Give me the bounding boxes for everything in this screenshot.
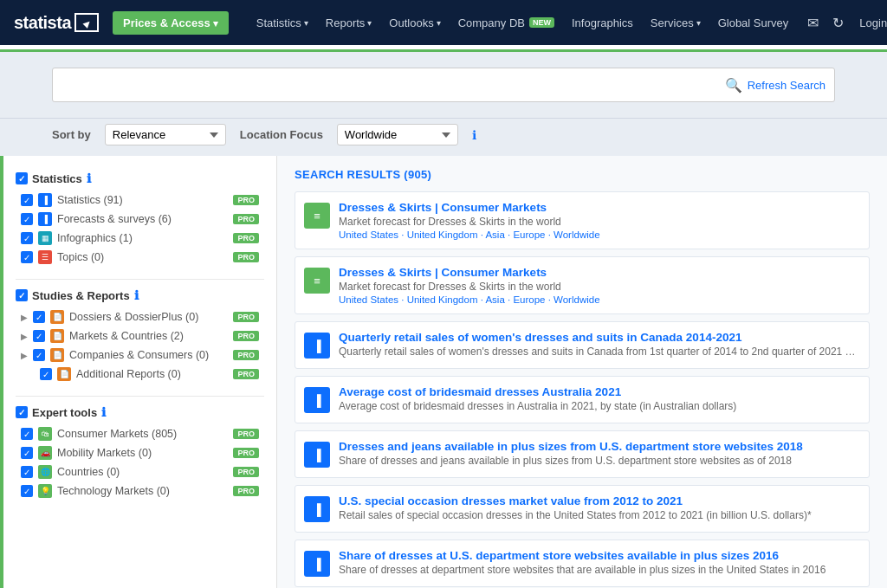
result-title-3[interactable]: Average cost of bridesmaid dresses Austr… xyxy=(339,385,857,398)
statistics-item-checkbox[interactable]: ✓ xyxy=(21,194,33,206)
sidebar-item-dossiers[interactable]: ▶ ✓ 📄 Dossiers & DossierPlus (0) PRO xyxy=(16,307,264,326)
sidebar-item-additional-reports[interactable]: ✓ 📄 Additional Reports (0) PRO xyxy=(16,365,264,384)
prices-access-button[interactable]: Prices & Access xyxy=(113,11,229,35)
expert-info-icon[interactable]: ℹ xyxy=(101,405,106,419)
result-content-1: Dresses & Skirts | Consumer Markets Mark… xyxy=(339,266,857,305)
navbar: statista Prices & Access Statistics ▾ Re… xyxy=(0,0,887,45)
sidebar-divider-2 xyxy=(16,396,264,397)
sidebar-item-countries[interactable]: ✓ 🌐 Countries (0) PRO xyxy=(16,462,264,481)
markets-expand-icon[interactable]: ▶ xyxy=(21,332,28,341)
result-card-6: ▐ Share of dresses at U.S. department st… xyxy=(295,540,870,587)
sidebar-item-mobility-markets[interactable]: ✓ 🚗 Mobility Markets (0) PRO xyxy=(16,443,264,462)
sidebar-item-technology-markets[interactable]: ✓ 💡 Technology Markets (0) PRO xyxy=(16,481,264,501)
login-button[interactable]: Login xyxy=(852,13,887,33)
result-title-2[interactable]: Quarterly retail sales of women's dresse… xyxy=(339,331,857,344)
nav-item-companydb[interactable]: Company DB NEW xyxy=(451,11,561,35)
sidebar-expert-section: ✓ Expert tools ℹ ✓ 🛍 Consumer Markets (8… xyxy=(3,402,276,507)
result-content-0: Dresses & Skirts | Consumer Markets Mark… xyxy=(339,201,857,240)
nav-item-reports[interactable]: Reports ▾ xyxy=(319,11,379,35)
sidebar-item-markets-countries[interactable]: ▶ ✓ 📄 Markets & Countries (2) PRO xyxy=(16,326,264,346)
result-desc-6: Share of dresses at department store web… xyxy=(339,564,857,576)
result-card-0: ≡ Dresses & Skirts | Consumer Markets Ma… xyxy=(295,191,870,249)
result-desc-4: Share of dresses and jeans available in … xyxy=(339,455,857,467)
sidebar-item-companies-consumers[interactable]: ▶ ✓ 📄 Companies & Consumers (0) PRO xyxy=(16,346,264,365)
result-card-2: ▐ Quarterly retail sales of women's dres… xyxy=(295,321,870,369)
result-title-5[interactable]: U.S. special occasion dresses market val… xyxy=(339,494,857,507)
result-icon-4: ▐ xyxy=(304,442,330,468)
consumer-markets-checkbox[interactable]: ✓ xyxy=(21,428,33,440)
result-desc-2: Quarterly retail sales of women's dresse… xyxy=(339,346,857,358)
expert-section-header: ✓ Expert tools ℹ xyxy=(16,405,264,419)
logo-text: statista xyxy=(14,13,71,33)
search-icon-button[interactable]: 🔍 xyxy=(725,77,742,94)
location-info-icon[interactable]: ℹ xyxy=(472,128,476,142)
result-title-4[interactable]: Dresses and jeans available in plus size… xyxy=(339,440,857,453)
technology-markets-icon: 💡 xyxy=(38,484,52,498)
refresh-icon-button[interactable]: ↻ xyxy=(827,11,849,35)
result-card-3: ▐ Average cost of bridesmaid dresses Aus… xyxy=(295,376,870,423)
nav-item-globalsurvey[interactable]: Global Survey xyxy=(711,11,796,35)
expert-checkbox[interactable]: ✓ xyxy=(16,406,28,418)
mail-icon-button[interactable]: ✉ xyxy=(802,11,824,35)
location-label: Location Focus xyxy=(240,128,323,141)
statistics-info-icon[interactable]: ℹ xyxy=(87,171,91,185)
nav-item-services[interactable]: Services ▾ xyxy=(644,11,708,35)
result-title-0[interactable]: Dresses & Skirts | Consumer Markets xyxy=(339,201,857,214)
result-desc-5: Retail sales of special occasion dresses… xyxy=(339,509,857,521)
result-content-6: Share of dresses at U.S. department stor… xyxy=(339,549,857,578)
statistics-section-header: ✓ Statistics ℹ xyxy=(16,171,264,185)
mobility-markets-checkbox[interactable]: ✓ xyxy=(21,447,33,459)
markets-icon: 📄 xyxy=(50,329,64,343)
mobility-markets-icon: 🚗 xyxy=(38,446,52,460)
sidebar-item-statistics[interactable]: ✓ ▐ Statistics (91) PRO xyxy=(16,191,264,210)
result-desc-3: Average cost of bridesmaid dresses in Au… xyxy=(339,400,857,412)
result-icon-1: ≡ xyxy=(304,268,330,294)
result-title-6[interactable]: Share of dresses at U.S. department stor… xyxy=(339,549,857,562)
companies-expand-icon[interactable]: ▶ xyxy=(21,351,28,360)
result-content-3: Average cost of bridesmaid dresses Austr… xyxy=(339,385,857,414)
countries-icon: 🌐 xyxy=(38,465,52,479)
result-title-1[interactable]: Dresses & Skirts | Consumer Markets xyxy=(339,266,857,279)
studies-info-icon[interactable]: ℹ xyxy=(134,288,139,302)
countries-checkbox[interactable]: ✓ xyxy=(21,466,33,478)
result-icon-6: ▐ xyxy=(304,551,330,577)
nav-item-outlooks[interactable]: Outlooks ▾ xyxy=(382,11,447,35)
nav-item-infographics[interactable]: Infographics xyxy=(565,11,640,35)
studies-checkbox[interactable]: ✓ xyxy=(16,289,28,301)
result-tags-0: United States · United Kingdom · Asia · … xyxy=(339,229,857,240)
nav-item-statistics[interactable]: Statistics ▾ xyxy=(249,11,315,35)
topics-checkbox[interactable]: ✓ xyxy=(21,251,33,263)
refresh-search-button[interactable]: Refresh Search xyxy=(748,79,825,92)
sidebar-item-consumer-markets[interactable]: ✓ 🛍 Consumer Markets (805) PRO xyxy=(16,424,264,443)
result-card-5: ▐ U.S. special occasion dresses market v… xyxy=(295,485,870,533)
companies-checkbox[interactable]: ✓ xyxy=(33,349,45,361)
statistics-checkbox[interactable]: ✓ xyxy=(16,172,28,184)
result-card-1: ≡ Dresses & Skirts | Consumer Markets Ma… xyxy=(295,256,870,314)
result-icon-3: ▐ xyxy=(304,387,330,413)
additional-icon: 📄 xyxy=(57,367,71,381)
sidebar-divider-1 xyxy=(16,279,264,280)
dossiers-checkbox[interactable]: ✓ xyxy=(33,311,45,323)
forecast-icon: ▐ xyxy=(38,212,52,226)
main-layout: ✓ Statistics ℹ ✓ ▐ Statistics (91) PRO ✓… xyxy=(0,156,887,588)
markets-checkbox[interactable]: ✓ xyxy=(33,330,45,342)
sidebar-item-infographics[interactable]: ✓ ▦ Infographics (1) PRO xyxy=(16,229,264,248)
sidebar-item-topics[interactable]: ✓ ☰ Topics (0) PRO xyxy=(16,248,264,267)
forecasts-checkbox[interactable]: ✓ xyxy=(21,213,33,225)
result-content-4: Dresses and jeans available in plus size… xyxy=(339,440,857,468)
result-icon-0: ≡ xyxy=(304,203,330,229)
location-select[interactable]: Worldwide xyxy=(337,124,458,145)
logo[interactable]: statista xyxy=(14,13,99,33)
result-card-4: ▐ Dresses and jeans available in plus si… xyxy=(295,430,870,478)
technology-markets-checkbox[interactable]: ✓ xyxy=(21,485,33,497)
additional-checkbox[interactable]: ✓ xyxy=(40,368,52,380)
search-box: dresses 🔍 Refresh Search xyxy=(52,68,835,102)
sort-select[interactable]: Relevance xyxy=(105,124,226,145)
sidebar-item-forecasts[interactable]: ✓ ▐ Forecasts & surveys (6) PRO xyxy=(16,210,264,229)
dossiers-expand-icon[interactable]: ▶ xyxy=(21,313,28,322)
sidebar: ✓ Statistics ℹ ✓ ▐ Statistics (91) PRO ✓… xyxy=(0,156,277,588)
result-desc-1: Market forecast for Dresses & Skirts in … xyxy=(339,281,857,293)
infographics-checkbox[interactable]: ✓ xyxy=(21,232,33,244)
search-input[interactable]: dresses xyxy=(62,78,725,92)
sort-label: Sort by xyxy=(52,128,91,141)
